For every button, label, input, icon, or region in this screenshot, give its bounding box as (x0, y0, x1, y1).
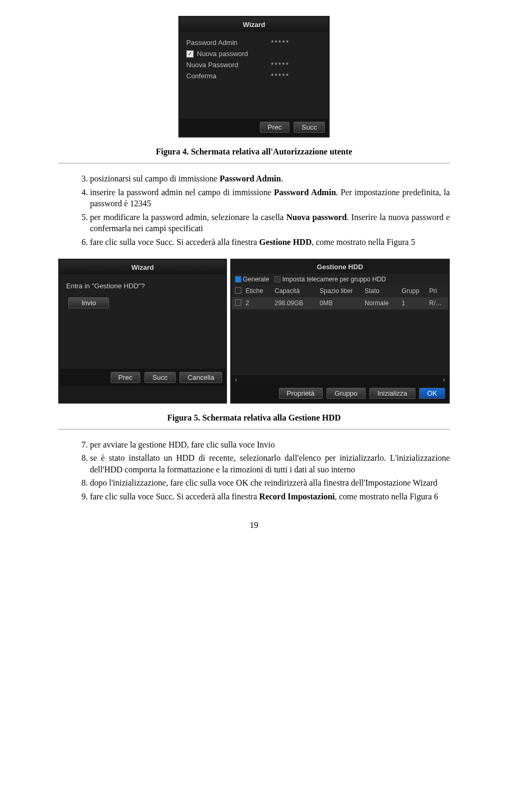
step-4: inserire la password admin nel campo di … (90, 187, 450, 209)
label-password-admin: Password Admin (186, 39, 271, 47)
hdd-col-pri: Pri (429, 287, 445, 295)
hdd-col-stato: Stato (365, 287, 402, 295)
step-6: fare clic sulla voce Succ. Si accederà a… (90, 236, 450, 248)
label-new-password: Nuova Password (186, 61, 271, 69)
ok-button[interactable]: OK (419, 388, 445, 399)
checkbox-new-password[interactable]: ✓ (186, 50, 194, 58)
page-number: 19 (58, 521, 450, 530)
hdd-question: Entra in "Gestione HDD"? (66, 282, 219, 290)
steps-list-b: per avviare la gestione HDD, fare clic s… (58, 439, 450, 503)
wizard-body: Password Admin ***** ✓ Nuova password Nu… (180, 32, 328, 118)
hdd-management-window: Gestione HDD Generale Imposta telecamere… (230, 259, 450, 404)
properties-button[interactable]: Proprietà (279, 388, 323, 399)
next-button[interactable]: Succ (294, 122, 325, 133)
table-row[interactable]: 2 298.09GB 0MB Normale 1 R/… (232, 297, 448, 309)
step-7: per avviare la gestione HDD, fare clic s… (90, 439, 450, 451)
hdd-col-spazio: Spazio liber (320, 287, 365, 295)
cancel-button[interactable]: Cancella (179, 372, 222, 383)
value-password-admin[interactable]: ***** (271, 39, 289, 47)
wizard-auth-window: Wizard Password Admin ***** ✓ Nuova pass… (178, 16, 330, 138)
invio-button[interactable]: Invio (68, 297, 109, 308)
group-button[interactable]: Gruppo (326, 388, 365, 399)
prev-button[interactable]: Prec (260, 122, 290, 133)
hdd-col-capacita: Capacità (275, 287, 320, 295)
figure4-caption: Figura 4. Schermata relativa all'Autoriz… (58, 147, 450, 157)
step-5: per modificare la password admin, selezi… (90, 212, 450, 234)
separator (58, 163, 450, 163)
prev-button-2[interactable]: Prec (111, 372, 141, 383)
wizard-hdd-confirm-window: Wizard Entra in "Gestione HDD"? Invio Pr… (58, 259, 227, 404)
scroll-left-icon[interactable]: ‹ (235, 376, 237, 384)
hdd-col-gruppo: Grupp (402, 287, 429, 295)
step-8: se è stato installato un HDD di recente,… (90, 452, 450, 475)
separator-2 (58, 429, 450, 430)
row-checkbox[interactable] (235, 299, 241, 306)
hdd-col-etiche: Etiche (246, 287, 275, 295)
wizard-title: Wizard (180, 17, 328, 32)
scroll-right-icon[interactable]: › (443, 376, 445, 384)
hdd-table: Etiche Capacità Spazio liber Stato Grupp… (232, 285, 448, 375)
tab-general[interactable]: Generale (243, 276, 269, 283)
tab-cameras-icon[interactable] (274, 276, 280, 282)
tab-general-icon[interactable] (235, 276, 241, 282)
initialize-button[interactable]: Inizializza (369, 388, 415, 399)
label-new-password-chk: Nuova password (197, 50, 272, 58)
value-confirm[interactable]: ***** (271, 72, 289, 80)
hdd-col-check (235, 287, 246, 295)
label-confirm: Conferma (186, 72, 271, 80)
step-3: posizionarsi sul campo di immissione Pas… (90, 173, 450, 185)
step-8b: dopo l'inizializzazione, fare clic sulla… (90, 477, 450, 489)
figure5-caption: Figura 5. Schermata relativa alla Gestio… (58, 413, 450, 423)
wizard-hdd-title: Wizard (60, 260, 225, 275)
next-button-2[interactable]: Succ (144, 372, 176, 383)
steps-list-a: posizionarsi sul campo di immissione Pas… (58, 173, 450, 248)
hdd-title: Gestione HDD (232, 260, 448, 273)
step-9: fare clic sulla voce Succ. Si accederà a… (90, 491, 450, 503)
value-new-password[interactable]: ***** (271, 61, 289, 69)
tab-cameras[interactable]: Imposta telecamere per gruppo HDD (282, 276, 386, 283)
